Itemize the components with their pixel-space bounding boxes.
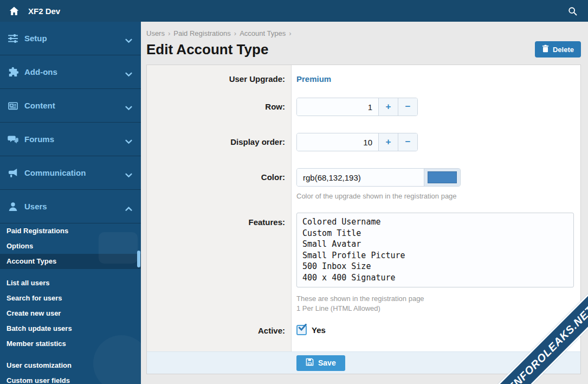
form-row-color-hint: Color of the upgrade shown in the regist… [147,191,580,201]
breadcrumb: Users›Paid Registrations›Account Types› [146,29,581,37]
features-hint-2: 1 Per Line (HTML Allowed) [296,304,574,313]
user-icon [8,201,18,212]
sidebar-item-setup[interactable]: Setup [0,22,141,55]
chevron-down-icon [125,170,132,175]
user-upgrade-link[interactable]: Premium [296,74,331,84]
display-order-increment-button[interactable]: + [378,133,398,151]
bullhorn-icon [8,168,18,178]
active-checkbox[interactable] [296,325,307,335]
admin-app-window: XF2 Dev Setup Add-ons [0,0,588,384]
color-hint: Color of the upgrade shown in the regist… [296,191,574,201]
newspaper-icon [8,100,18,111]
search-icon[interactable] [568,7,577,16]
row-decrement-button[interactable]: − [398,98,417,116]
form-row-features-hint: These are shown in the registration page… [147,294,580,313]
form-row-display-order: Display order: + − [147,133,580,151]
sidebar-item-addons[interactable]: Add-ons [0,55,141,89]
edit-account-type-form: User Upgrade: Premium Row: + − [146,65,581,374]
breadcrumb-separator: › [289,29,291,37]
main-content: Users›Paid Registrations›Account Types› … [141,22,588,384]
sidebar-item-content[interactable]: Content [0,89,141,123]
breadcrumb-separator: › [234,29,236,37]
save-icon [306,358,314,368]
sidebar-item-batch-update-users[interactable]: Batch update users [0,321,141,336]
display-order-input[interactable] [297,133,378,151]
chevron-down-icon [125,69,132,74]
sidebar-item-users[interactable]: Users [0,190,141,223]
breadcrumb-link-paid-registrations[interactable]: Paid Registrations [173,29,231,37]
user-upgrade-label: User Upgrade: [147,74,291,85]
sidebar-item-label: Users [24,202,125,211]
display-order-label: Display order: [147,133,291,151]
save-button-label: Save [318,359,336,367]
sidebar-item-label: Add-ons [24,67,125,76]
sidebar-scrollbar-thumb[interactable] [137,251,140,267]
features-hint-1: These are shown in the registration page [296,294,574,304]
sidebar-item-label: Setup [24,34,125,43]
sidebar-item-forums[interactable]: Forums [0,123,141,156]
row-label: Row: [147,98,291,116]
breadcrumb-link-account-types[interactable]: Account Types [240,29,286,37]
trash-icon [542,44,549,54]
page-title: Edit Account Type [146,41,268,57]
row-stepper: + − [296,98,418,116]
active-label: Active: [147,325,291,337]
display-order-stepper: + − [296,133,418,151]
row-input[interactable] [297,98,378,116]
color-label: Color: [147,168,291,187]
submenu-divider [0,269,141,276]
top-header-bar: XF2 Dev [0,0,588,22]
color-swatch [428,171,457,183]
save-button[interactable]: Save [296,355,345,371]
title-row: Edit Account Type Delete [146,41,581,57]
sidebar-item-communication[interactable]: Communication [0,156,141,190]
form-row-features: Features: Colored Username Custom Title … [147,213,580,290]
puzzle-icon [8,67,18,78]
sidebar-item-create-new-user[interactable]: Create new user [0,306,141,321]
form-body: User Upgrade: Premium Row: + − [147,65,580,351]
chevron-down-icon [125,103,132,108]
active-checkbox-label[interactable]: Yes [312,325,326,335]
watermark-ghost-rect [99,232,138,264]
chevron-up-icon [125,204,132,209]
features-label: Features: [147,213,291,290]
breadcrumb-link-users[interactable]: Users [146,29,165,37]
sidebar-item-list-all-users[interactable]: List all users [0,276,141,291]
delete-button-label: Delete [553,46,574,54]
sliders-icon [8,33,18,44]
features-textarea[interactable]: Colored Username Custom Title Small Avat… [296,213,574,287]
row-increment-button[interactable]: + [378,98,398,116]
color-input[interactable] [297,169,424,186]
form-row-color: Color: [147,168,580,187]
breadcrumb-separator: › [168,29,170,37]
form-row-user-upgrade: User Upgrade: Premium [147,74,580,85]
display-order-decrement-button[interactable]: − [398,133,417,151]
sidebar-item-label: Content [24,101,125,110]
chevron-down-icon [125,36,132,41]
comments-icon [8,134,18,145]
form-row-row: Row: + − [147,98,580,116]
color-picker-cell[interactable] [424,169,460,186]
delete-button[interactable]: Delete [535,41,581,57]
app-title: XF2 Dev [28,7,60,16]
form-row-active: Active: Yes [147,325,580,337]
sidebar-nav: Setup Add-ons Content [0,22,141,384]
chevron-down-icon [125,137,132,142]
sidebar-item-search-for-users[interactable]: Search for users [0,291,141,306]
color-input-group [296,168,461,187]
sidebar-item-label: Communication [24,168,125,177]
home-icon[interactable] [9,6,19,16]
sidebar-item-label: Forums [24,135,125,144]
